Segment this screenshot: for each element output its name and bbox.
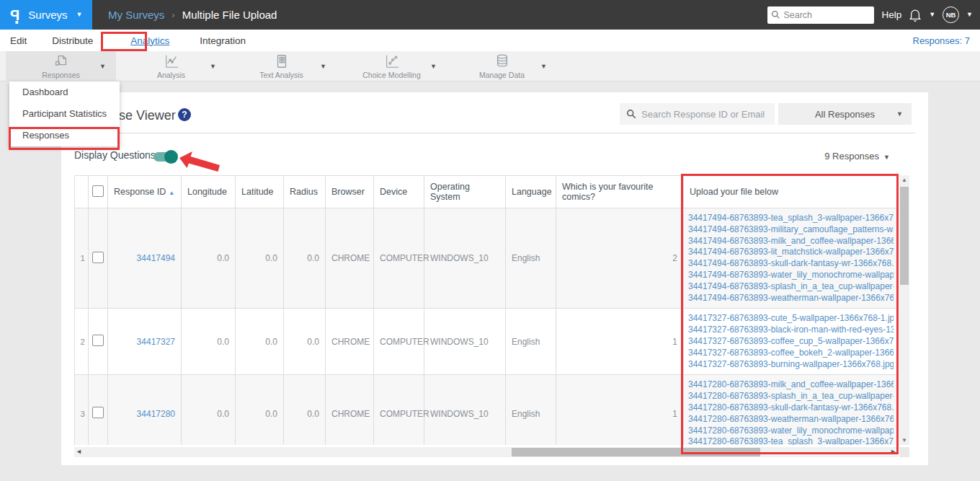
file-link[interactable]: 34417280-68763893-water_lily_monochrome-… [688,425,894,437]
notifications-caret-icon[interactable]: ▼ [929,12,935,18]
row-number: 3 [75,375,89,445]
menu-item-responses[interactable]: Responses [9,125,120,146]
header-language: Language [506,176,556,208]
scroll-left-icon[interactable]: ◄ [76,448,82,455]
scroll-down-icon[interactable]: ▼ [899,437,909,444]
horizontal-scrollbar-thumb[interactable] [512,448,760,456]
header-response-id[interactable]: Response ID▲ [108,176,182,208]
scroll-right-icon[interactable]: ► [890,448,896,455]
file-link[interactable]: 34417494-68763893-milk_and_coffee-wallpa… [688,236,894,247]
file-link[interactable]: 34417494-68763893-tea_splash_3-wallpaper… [688,213,894,224]
response-search-input[interactable] [620,103,775,125]
file-link[interactable]: 34417280-68763893-tea_splash_3-wallpaper… [688,436,894,445]
cell-latitude: 0.0 [236,375,284,445]
row-checkbox[interactable] [92,335,104,346]
file-link[interactable]: 34417280-68763893-skull-dark-fantasy-wr-… [688,402,894,414]
breadcrumb-current-survey: Multiple File Upload [182,9,277,21]
response-filter-dropdown[interactable]: All Responses ▼ [778,103,912,125]
horizontal-scrollbar[interactable]: ◄ ► [74,447,898,457]
display-questions-toggle[interactable] [153,152,177,162]
cell-uploaded-files: 34417327-68763893-cute_5-wallpaper-1366x… [684,309,899,375]
file-link[interactable]: 34417280-68763893-splash_in_a_tea_cup-wa… [688,391,894,402]
header-latitude: Latitude [236,176,284,208]
menu-item-participant-statistics[interactable]: Participant Statistics [9,103,120,125]
file-link[interactable]: 34417494-68763893-splash_in_a_tea_cup-wa… [688,281,894,293]
header-checkbox-cell [89,176,108,208]
file-link[interactable]: 34417327-68763893-burning-wallpaper-1366… [688,359,894,371]
help-badge-icon[interactable]: ? [178,108,191,121]
vertical-scrollbar[interactable]: ▲ ▼ [899,175,909,445]
cell-device: COMPUTER [374,375,424,445]
analytics-toolbar: Responses ▼ Analysis ▼ Text Analysis ▼ C… [0,51,980,81]
file-link[interactable]: 34417327-68763893-cute_5-wallpaper-1366x… [688,313,894,325]
avatar[interactable]: NB [943,6,959,23]
toolbar-item-manage-data[interactable]: Manage Data ▼ [447,51,557,81]
global-search-input[interactable] [767,6,874,24]
caret-down-icon[interactable]: ▼ [99,63,106,70]
caret-down-icon[interactable]: ▼ [210,63,216,70]
file-link[interactable]: 34417494-68763893-weatherman-wallpaper-1… [688,293,894,304]
breadcrumb-my-surveys[interactable]: My Surveys [108,9,164,21]
header-device: Device [374,176,424,208]
display-questions-label: Display Questions [74,149,156,161]
bell-icon[interactable] [909,8,922,22]
vertical-scrollbar-thumb[interactable] [900,187,909,285]
header-operating-system: Operating System [424,176,506,208]
search-icon [626,109,636,119]
breadcrumb-separator-icon: › [172,9,174,20]
analysis-icon [164,53,179,69]
sort-asc-icon: ▲ [169,190,174,196]
cell-language: English [506,208,556,309]
table-row: 3 34417280 0.0 0.0 0.0 CHROME COMPUTER W… [75,375,899,445]
tab-analytics[interactable]: Analytics [130,35,169,46]
row-checkbox[interactable] [92,407,104,418]
response-id-link[interactable]: 34417494 [137,253,175,263]
response-id-link[interactable]: 34417280 [137,409,175,419]
caret-down-icon: ▼ [883,154,890,161]
responses-count-dropdown[interactable]: 9 Responses▼ [824,151,890,162]
cell-radius: 0.0 [284,309,326,375]
cell-latitude: 0.0 [236,309,284,375]
file-link[interactable]: 34417494-68763893-water_lily_monochrome-… [688,270,894,281]
file-link[interactable]: 34417494-68763893-military_camouflage_pa… [688,224,894,236]
file-link[interactable]: 34417280-68763893-weatherman-wallpaper-1… [688,414,894,425]
responses-table: Response ID▲ Longitude Latitude Radius B… [74,175,898,445]
header-longitude: Longitude [182,176,236,208]
toolbar-item-choice-modelling[interactable]: Choice Modelling ▼ [337,51,447,81]
file-link[interactable]: 34417327-68763893-coffee_bokeh_2-wallpap… [688,348,894,359]
response-id-link[interactable]: 34417327 [137,337,175,347]
scrollbar-corner [899,447,909,457]
responses-count-label[interactable]: Responses: 7 [913,35,971,46]
row-checkbox[interactable] [92,252,104,263]
product-switcher[interactable]: P Surveys ▼ [0,0,92,30]
file-link[interactable]: 34417494-68763893-lit_matchstick-wallpap… [688,247,894,258]
toggle-knob [164,150,178,164]
help-link[interactable]: Help [881,9,901,20]
toolbar-item-label: Analysis [116,71,226,79]
toolbar-item-text-analysis[interactable]: Text Analysis ▼ [226,51,337,81]
file-link[interactable]: 34417327-68763893-black-iron-man-with-re… [688,325,894,336]
menu-item-dashboard[interactable]: Dashboard [9,81,120,103]
tab-integration[interactable]: Integration [200,35,246,46]
toolbar-item-responses[interactable]: Responses ▼ [6,51,116,81]
file-link[interactable]: 34417280-68763893-milk_and_coffee-wallpa… [688,379,894,391]
caret-down-icon[interactable]: ▼ [540,63,547,70]
select-all-checkbox[interactable] [92,185,104,197]
cell-radius: 0.0 [284,208,326,309]
caret-down-icon[interactable]: ▼ [430,63,437,70]
toolbar-item-analysis[interactable]: Analysis ▼ [116,51,226,81]
tab-distribute[interactable]: Distribute [52,35,93,46]
scroll-up-icon[interactable]: ▲ [899,177,909,183]
file-link[interactable]: 34417327-68763893-coffee_cup_5-wallpaper… [688,336,894,348]
tab-edit[interactable]: Edit [10,35,27,46]
cell-longitude: 0.0 [182,309,236,375]
account-caret-icon[interactable]: ▼ [966,12,973,18]
header-comics-question: Which is your favourite comics? [556,176,684,208]
cell-radius: 0.0 [284,375,326,445]
toolbar-item-label: Choice Modelling [337,71,447,79]
toolbar-item-label: Responses [6,71,116,79]
choice-modelling-icon [384,53,400,69]
cell-comics: 1 [556,375,684,445]
caret-down-icon[interactable]: ▼ [320,63,326,70]
file-link[interactable]: 34417494-68763893-skull-dark-fantasy-wr-… [688,258,894,270]
